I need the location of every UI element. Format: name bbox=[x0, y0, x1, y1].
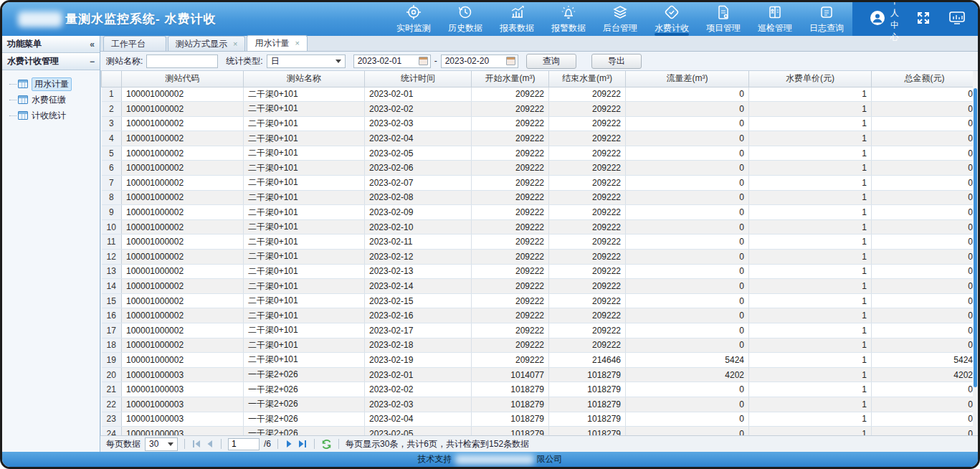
page-number-input[interactable] bbox=[228, 438, 260, 450]
table-row[interactable]: 14100001000002二干渠0+1012023-02-1420922220… bbox=[102, 279, 978, 294]
close-icon[interactable]: × bbox=[233, 40, 237, 48]
nav-item-alarms[interactable]: 报警数据 bbox=[543, 2, 594, 36]
sidebar-panel-header[interactable]: 水费计收管理 − bbox=[2, 53, 100, 70]
next-page-button[interactable] bbox=[285, 440, 293, 448]
fullscreen-icon[interactable] bbox=[915, 9, 932, 29]
tab-station-display[interactable]: 测站方式显示 × bbox=[168, 36, 245, 51]
table-cell: 1 bbox=[749, 412, 872, 427]
table-row[interactable]: 13100001000002二干渠0+1012023-02-1320922220… bbox=[102, 264, 978, 279]
date-from-input[interactable]: 2023-02-01 bbox=[353, 55, 431, 68]
row-number-cell: 4 bbox=[102, 131, 122, 146]
table-cell: 100001000002 bbox=[122, 338, 244, 353]
table-row[interactable]: 19100001000002二干渠0+1012023-02-1920922221… bbox=[102, 353, 978, 368]
table-cell: 209222 bbox=[549, 234, 626, 250]
column-header[interactable]: 流量差(m³) bbox=[626, 71, 749, 87]
nav-item-admin[interactable]: 后台管理 bbox=[594, 2, 646, 36]
nav-label: 项目管理 bbox=[706, 22, 741, 34]
table-cell: 1 bbox=[749, 102, 872, 117]
table-cell: 二干渠0+101 bbox=[244, 190, 365, 205]
table-row[interactable]: 3100001000002二干渠0+1012023-02-03209222209… bbox=[102, 116, 978, 131]
table-row[interactable]: 2100001000002二干渠0+1012023-02-02209222209… bbox=[102, 102, 978, 117]
table-row[interactable]: 18100001000002二干渠0+1012023-02-1820922220… bbox=[102, 338, 978, 353]
table-cell: 1018279 bbox=[549, 382, 626, 397]
monitor-chart-icon[interactable] bbox=[948, 9, 966, 29]
table-row[interactable]: 24100001000003一干渠2+0262023-02-0510182791… bbox=[102, 427, 978, 435]
table-cell: 0 bbox=[872, 190, 978, 205]
table-row[interactable]: 7100001000002二干渠0+1012023-02-07209222209… bbox=[102, 176, 978, 191]
nav-item-logs[interactable]: 日志查询 bbox=[801, 2, 852, 36]
date-to-input[interactable]: 2023-02-20 bbox=[441, 55, 518, 68]
table-cell: 209222 bbox=[549, 190, 626, 205]
table-cell: 209222 bbox=[549, 264, 626, 279]
column-header[interactable]: 结束水量(m³) bbox=[549, 71, 626, 87]
table-row[interactable]: 11100001000002二干渠0+1012023-02-1120922220… bbox=[102, 234, 978, 250]
table-row[interactable]: 1100001000002二干渠0+1012023-02-01209222209… bbox=[102, 87, 978, 102]
prev-page-button[interactable] bbox=[206, 440, 214, 448]
table-row[interactable]: 20100001000003一干渠2+0262023-02-0110140771… bbox=[102, 367, 978, 382]
tab-workbench[interactable]: 工作平台 bbox=[103, 36, 166, 51]
table-row[interactable]: 16100001000002二干渠0+1012023-02-1620922220… bbox=[102, 308, 978, 323]
export-button[interactable]: 导出 bbox=[591, 54, 642, 69]
table-row[interactable]: 8100001000002二干渠0+1012023-02-08209222209… bbox=[102, 190, 978, 205]
table-cell: 二干渠0+101 bbox=[244, 219, 365, 234]
data-table: 测站代码 测站名称 统计时间 开始水量(m³) 结束水量(m³) 流量差(m³)… bbox=[101, 71, 978, 435]
panel-collapse-icon[interactable]: − bbox=[90, 57, 95, 67]
table-row[interactable]: 21100001000003一干渠2+0262023-02-0210182791… bbox=[102, 382, 978, 397]
nav-item-projects[interactable]: 项目管理 bbox=[698, 2, 749, 36]
table-row[interactable]: 9100001000002二干渠0+1012023-02-09209222209… bbox=[102, 205, 978, 220]
column-header[interactable]: 水费单价(元) bbox=[749, 71, 872, 87]
calendar-icon[interactable] bbox=[506, 57, 515, 65]
table-row[interactable]: 4100001000002二干渠0+1012023-02-04209222209… bbox=[102, 131, 978, 146]
tab-water-metering[interactable]: 用水计量 × bbox=[247, 35, 307, 51]
data-table-wrap: 测站代码 测站名称 统计时间 开始水量(m³) 结束水量(m³) 流量差(m³)… bbox=[100, 71, 978, 435]
table-cell: 二干渠0+101 bbox=[244, 87, 365, 102]
row-number-cell: 20 bbox=[102, 367, 122, 382]
station-name-input[interactable] bbox=[146, 55, 218, 68]
close-icon[interactable]: × bbox=[295, 39, 299, 47]
query-button[interactable]: 查询 bbox=[526, 54, 576, 69]
table-cell: 1 bbox=[749, 338, 872, 353]
column-header[interactable]: 开始水量(m³) bbox=[472, 71, 549, 87]
nav-item-waterfee[interactable]: 水费计收 bbox=[646, 2, 698, 36]
table-row[interactable]: 23100001000003一干渠2+0262023-02-0410182791… bbox=[102, 412, 978, 427]
row-number-cell: 8 bbox=[102, 190, 122, 205]
nav-item-realtime[interactable]: 实时监测 bbox=[388, 2, 439, 36]
table-cell: 二干渠0+101 bbox=[244, 234, 365, 250]
table-row[interactable]: 17100001000002二干渠0+1012023-02-1720922220… bbox=[102, 323, 978, 338]
column-header[interactable]: 总金额(元) bbox=[872, 71, 978, 87]
table-row[interactable]: 6100001000002二干渠0+1012023-02-06209222209… bbox=[102, 161, 978, 176]
per-page-select[interactable]: 30 bbox=[145, 437, 178, 451]
scrollbar-thumb[interactable] bbox=[974, 88, 977, 387]
sidebar-collapse-icon[interactable]: « bbox=[90, 39, 95, 49]
nav-item-history[interactable]: 历史数据 bbox=[439, 2, 491, 36]
table-row[interactable]: 5100001000002二干渠0+1012023-02-05209222209… bbox=[102, 146, 978, 161]
user-center-button[interactable]: 个人中心 bbox=[870, 0, 899, 44]
nav-item-inspection[interactable]: 巡检管理 bbox=[749, 2, 801, 36]
stat-type-select[interactable]: 日 bbox=[267, 55, 346, 68]
refresh-icon[interactable] bbox=[321, 439, 332, 450]
table-row[interactable]: 12100001000002二干渠0+1012023-02-1220922220… bbox=[102, 250, 978, 265]
sidebar-item-fee-collection[interactable]: 水费征缴 bbox=[9, 92, 97, 108]
nav-item-reports[interactable]: 报表数据 bbox=[491, 2, 543, 36]
calendar-icon[interactable] bbox=[419, 57, 428, 65]
table-cell: 4202 bbox=[626, 367, 749, 382]
first-page-button[interactable] bbox=[191, 440, 201, 448]
table-row[interactable]: 15100001000002二干渠0+1012023-02-1520922220… bbox=[102, 293, 978, 308]
table-cell: 209222 bbox=[549, 205, 626, 220]
sidebar-item-water-metering[interactable]: 用水计量 bbox=[9, 76, 97, 92]
sidebar-menu-header[interactable]: 功能菜单 « bbox=[2, 36, 100, 53]
last-page-button[interactable] bbox=[298, 440, 308, 448]
table-cell: 100001000002 bbox=[122, 205, 244, 220]
table-row[interactable]: 10100001000002二干渠0+1012023-02-1020922220… bbox=[102, 219, 978, 234]
column-header[interactable]: 统计时间 bbox=[365, 71, 472, 87]
row-number-cell: 9 bbox=[102, 205, 122, 220]
support-prefix: 技术支持 bbox=[418, 453, 452, 465]
table-cell: 1 bbox=[749, 234, 872, 250]
sidebar-item-collection-stats[interactable]: 计收统计 bbox=[9, 108, 97, 123]
table-row[interactable]: 22100001000003一干渠2+0262023-02-0310182791… bbox=[102, 397, 978, 412]
table-cell: 0 bbox=[872, 205, 978, 220]
table-cell: 2023-02-04 bbox=[365, 131, 472, 146]
vertical-scrollbar[interactable] bbox=[973, 71, 978, 435]
column-header[interactable]: 测站名称 bbox=[244, 71, 365, 87]
column-header[interactable]: 测站代码 bbox=[122, 71, 244, 87]
